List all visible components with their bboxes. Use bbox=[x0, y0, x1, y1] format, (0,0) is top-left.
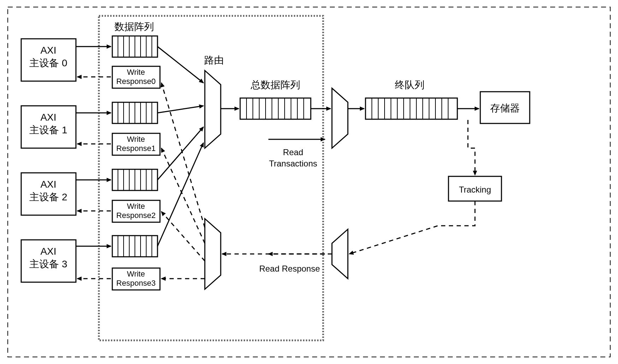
label-router: 路由 bbox=[204, 55, 224, 66]
master3-l1: AXI bbox=[40, 246, 56, 257]
master2-l1: AXI bbox=[40, 179, 56, 190]
arrow-to-tracking bbox=[468, 120, 475, 175]
label-read-tx-2: Transactions bbox=[269, 159, 317, 168]
axi-master-3: AXI 主设备 3 bbox=[21, 240, 76, 282]
label-data-array: 数据阵列 bbox=[114, 21, 154, 32]
svg-text:Response3: Response3 bbox=[116, 279, 155, 287]
svg-text:Write: Write bbox=[127, 269, 145, 278]
arrow-f3-mux bbox=[158, 143, 203, 246]
arrow-f0-mux bbox=[158, 47, 203, 83]
label-final-queue: 终队列 bbox=[395, 79, 424, 90]
label-tracking: Tracking bbox=[459, 185, 491, 194]
svg-text:Response1: Response1 bbox=[116, 144, 155, 153]
label-read-tx-1: Read bbox=[283, 147, 303, 157]
arrow-demux-wr2 bbox=[161, 212, 205, 261]
axi-master-2: AXI 主设备 2 bbox=[21, 173, 76, 215]
fifo-3 bbox=[112, 236, 158, 257]
arrow-demux-wr1 bbox=[161, 148, 205, 243]
master2-l2: 主设备 2 bbox=[29, 192, 67, 202]
svg-text:Write: Write bbox=[127, 202, 145, 211]
arrow-tracking-respmux bbox=[349, 201, 475, 254]
svg-rect-59 bbox=[366, 98, 457, 119]
arrow-f1-mux bbox=[158, 106, 203, 113]
axi-master-0: AXI 主设备 0 bbox=[21, 39, 76, 81]
svg-rect-48 bbox=[240, 98, 311, 119]
master1-l1: AXI bbox=[40, 112, 56, 123]
write-response-3: Write Response3 bbox=[112, 268, 160, 290]
tracking-block: Tracking bbox=[448, 176, 501, 201]
stage2-mux bbox=[332, 88, 348, 148]
master1-l2: 主设备 1 bbox=[29, 125, 67, 135]
diagram-canvas: AXI 主设备 0 AXI 主设备 1 AXI 主设备 2 AXI 主设备 3 … bbox=[0, 0, 618, 364]
memory-block: 存储器 bbox=[480, 92, 530, 123]
svg-text:Write: Write bbox=[127, 135, 145, 144]
svg-text:Write: Write bbox=[127, 68, 145, 77]
write-mux bbox=[205, 71, 221, 148]
fifo-1 bbox=[112, 102, 158, 123]
arrow-f2-mux bbox=[158, 127, 203, 180]
axi-master-1: AXI 主设备 1 bbox=[21, 106, 76, 148]
write-response-1: Write Response1 bbox=[112, 133, 160, 155]
main-queue bbox=[240, 98, 311, 119]
master3-l2: 主设备 3 bbox=[29, 259, 67, 269]
label-main-queue: 总数据阵列 bbox=[250, 79, 300, 90]
svg-text:Response0: Response0 bbox=[116, 77, 155, 86]
master0-l2: 主设备 0 bbox=[29, 57, 67, 68]
write-response-0: Write Response0 bbox=[112, 66, 160, 88]
final-queue bbox=[366, 98, 457, 119]
label-memory: 存储器 bbox=[490, 103, 520, 114]
svg-text:Response2: Response2 bbox=[116, 211, 155, 220]
response-mux bbox=[332, 229, 348, 279]
response-demux bbox=[205, 219, 221, 289]
write-response-2: Write Response2 bbox=[112, 200, 160, 222]
master0-l1: AXI bbox=[40, 45, 56, 56]
label-read-resp: Read Response bbox=[259, 264, 320, 273]
fifo-2 bbox=[112, 169, 158, 190]
fifo-0 bbox=[112, 36, 158, 57]
